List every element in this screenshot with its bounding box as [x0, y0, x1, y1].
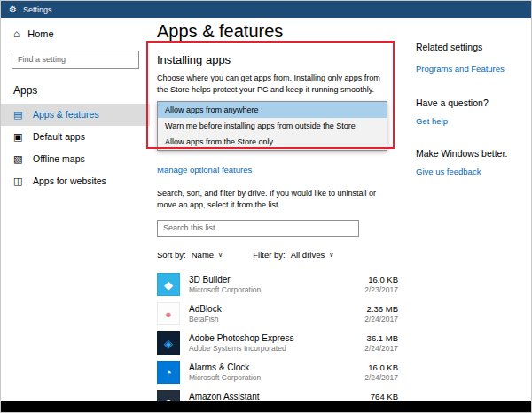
sidebar-item-home[interactable]: ⌂ Home	[1, 18, 150, 46]
find-setting-input[interactable]	[12, 51, 139, 69]
app-icon: ◈	[157, 331, 180, 355]
filters-row: Sort by: Name ∨ Filter by: All drives ∨	[157, 250, 398, 260]
sidebar: ⌂ Home Apps ▤ Apps & features ▣ Default …	[1, 18, 150, 401]
sidebar-item-default-apps[interactable]: ▣ Default apps	[1, 126, 150, 148]
sidebar-section-header: Apps	[1, 73, 150, 104]
home-icon: ⌂	[13, 27, 20, 40]
filter-group: Filter by: All drives ∨	[253, 250, 333, 260]
sidebar-item-label: Default apps	[33, 131, 85, 142]
related-settings-heading: Related settings	[416, 42, 528, 52]
app-icon: ◆	[157, 273, 180, 296]
app-size: 2.36 MB	[364, 304, 398, 314]
apps-features-icon: ▤	[13, 109, 25, 121]
installing-apps-description: Choose where you can get apps from. Inst…	[157, 73, 391, 96]
get-help-link[interactable]: Get help	[416, 116, 528, 126]
app-meta: AdBlock BetaFish	[180, 304, 364, 323]
app-size-block: 16.0 KB 2/24/2017	[364, 362, 398, 382]
app-meta: Alarms & Clock Microsoft Corporation	[180, 362, 364, 382]
sort-by-dropdown[interactable]: Name ∨	[192, 250, 223, 260]
installing-apps-heading: Installing apps	[157, 53, 398, 66]
chevron-down-icon: ∨	[218, 252, 223, 259]
dropdown-option-store-only[interactable]: Allow apps from the Store only	[158, 134, 387, 150]
app-install-date: 2/24/2017	[364, 373, 398, 382]
app-icon: ●	[157, 302, 180, 325]
search-list-box	[157, 218, 398, 237]
app-size-block: 36.1 MB 2/24/2017	[364, 333, 398, 353]
window-title: Settings	[23, 5, 52, 14]
app-name: Amazon Assistant	[189, 392, 364, 401]
give-us-feedback-link[interactable]: Give us feedback	[416, 167, 528, 176]
app-row-3d-builder[interactable]: ◆ 3D Builder Microsoft Corporation 16.0 …	[157, 270, 398, 300]
main-content: Apps & features Installing apps Choose w…	[157, 18, 398, 413]
app-icon-glyph: ◈	[164, 337, 173, 350]
sidebar-item-apps-features[interactable]: ▤ Apps & features	[1, 104, 150, 126]
app-name: Adobe Photoshop Express	[189, 333, 364, 343]
app-name: AdBlock	[189, 304, 364, 314]
app-icon: ◔	[157, 361, 180, 384]
app-size: 16.0 KB	[364, 275, 398, 284]
filter-by-label: Filter by:	[253, 250, 285, 260]
find-setting-box	[1, 46, 150, 73]
app-row-adblock[interactable]: ● AdBlock BetaFish 2.36 MB 2/24/2017	[157, 300, 398, 329]
app-icon-glyph: ●	[165, 308, 172, 321]
app-publisher: BetaFish	[189, 315, 364, 323]
filter-by-dropdown[interactable]: All drives ∨	[291, 250, 334, 260]
page-title: Apps & features	[157, 21, 398, 42]
search-list-input[interactable]	[157, 220, 359, 237]
app-install-date: 2/24/2017	[364, 344, 398, 353]
app-size: 764 KB	[364, 392, 398, 401]
app-size-block: 2.36 MB 2/24/2017	[364, 304, 398, 323]
titlebar: ⚙ Settings	[1, 1, 531, 18]
chevron-down-icon: ∨	[329, 252, 333, 259]
sidebar-item-label: Offline maps	[33, 153, 85, 164]
sort-by-value: Name	[192, 250, 214, 260]
app-list-intro: Search, sort, and filter by drive. If yo…	[157, 188, 391, 211]
app-icon-glyph: ◆	[164, 278, 173, 292]
app-meta: 3D Builder Microsoft Corporation	[180, 275, 364, 294]
home-label: Home	[27, 28, 53, 39]
sidebar-item-offline-maps[interactable]: ▧ Offline maps	[1, 148, 150, 170]
apps-websites-icon: ◫	[13, 175, 25, 187]
settings-gear-icon: ⚙	[9, 5, 17, 14]
dropdown-option-warn-outside-store[interactable]: Warn me before installing apps from outs…	[158, 118, 387, 134]
app-list: ◆ 3D Builder Microsoft Corporation 16.0 …	[157, 270, 398, 413]
app-install-date: 2/23/2017	[364, 285, 398, 294]
app-row-adobe-photoshop-express[interactable]: ◈ Adobe Photoshop Express Adobe Systems …	[157, 329, 398, 358]
app-publisher: Microsoft Corporation	[189, 285, 364, 294]
filter-by-value: All drives	[291, 250, 325, 260]
default-apps-icon: ▣	[13, 131, 25, 143]
programs-and-features-link[interactable]: Programs and Features	[416, 64, 528, 74]
app-row-alarms-clock[interactable]: ◔ Alarms & Clock Microsoft Corporation 1…	[157, 358, 398, 387]
app-publisher: Adobe Systems Incorporated	[189, 344, 364, 353]
app-publisher: Microsoft Corporation	[189, 373, 364, 382]
manage-optional-features-link[interactable]: Manage optional features	[157, 165, 252, 175]
app-name: Alarms & Clock	[189, 362, 364, 372]
app-meta: Adobe Photoshop Express Adobe Systems In…	[180, 333, 364, 353]
app-name: 3D Builder	[189, 275, 364, 284]
sidebar-item-label: Apps for websites	[33, 175, 106, 186]
app-install-date: 2/24/2017	[364, 315, 398, 323]
app-size: 36.1 MB	[364, 333, 398, 343]
sidebar-item-label: Apps & features	[33, 109, 99, 120]
install-source-dropdown: Allow apps from anywhere Warn me before …	[157, 101, 387, 151]
app-size: 16.0 KB	[364, 362, 398, 372]
sort-by-label: Sort by:	[157, 250, 186, 260]
settings-window: ⚙ Settings ⌂ Home Apps ▤ Apps & features…	[0, 0, 532, 413]
sidebar-item-apps-for-websites[interactable]: ◫ Apps for websites	[1, 170, 150, 192]
have-a-question-heading: Have a question?	[416, 97, 528, 108]
dropdown-option-anywhere[interactable]: Allow apps from anywhere	[158, 102, 387, 118]
app-size-block: 16.0 KB 2/23/2017	[364, 275, 398, 294]
related-settings-column: Related settings Programs and Features H…	[416, 42, 528, 176]
offline-maps-icon: ▧	[13, 153, 25, 165]
app-icon-glyph: ◔	[165, 366, 172, 379]
bottom-black-bar	[1, 401, 531, 412]
make-windows-better-heading: Make Windows better.	[416, 148, 528, 159]
